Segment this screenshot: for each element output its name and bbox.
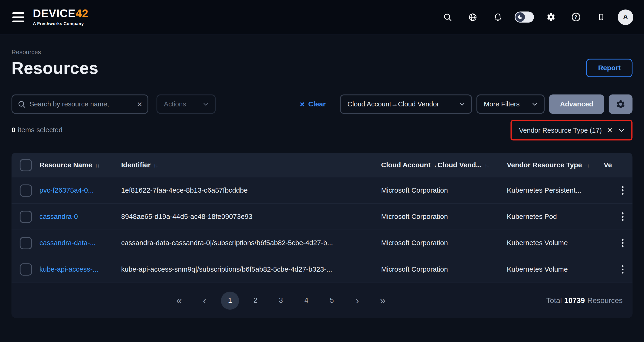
table-row: kube-api-access-... kube-api-access-snm9… (12, 256, 632, 282)
advanced-button[interactable]: Advanced (549, 94, 604, 114)
search-clear-icon[interactable]: × (137, 100, 142, 108)
sort-icon: ↑↓ (154, 163, 158, 168)
resources-table: Resource Name↑↓ Identifier↑↓ Cloud Accou… (12, 153, 632, 318)
notifications-button[interactable] (490, 9, 506, 25)
row-actions-kebab-icon[interactable] (620, 184, 625, 196)
more-filters-label: More Filters (484, 100, 520, 108)
help-button[interactable]: ? (568, 9, 584, 25)
row-checkbox[interactable] (20, 263, 32, 276)
total-resources: Total 10739 Resources (546, 296, 623, 305)
vendor-resource-type-value: Kubernetes Pod (507, 212, 604, 221)
pagination-next-icon[interactable]: › (348, 292, 366, 310)
vendor-resource-type-value: Kubernetes Volume (507, 265, 604, 274)
filter-chip-close-icon[interactable]: × (607, 126, 612, 135)
cloud-account-value: Microsoft Corporation (381, 265, 507, 274)
pagination-first-icon[interactable]: « (170, 292, 188, 310)
column-header-resource-name[interactable]: Resource Name↑↓ (40, 161, 121, 169)
cloud-account-value: Microsoft Corporation (381, 212, 507, 221)
identifier-value: 1ef81622-7faa-4ece-8b13-c6a57fbcddbe (121, 186, 381, 194)
select-all-checkbox[interactable] (20, 159, 32, 171)
page-title: Resources (12, 59, 98, 78)
pagination-page-2[interactable]: 2 (246, 292, 264, 310)
cloud-vendor-filter-dropdown[interactable]: Cloud Account→Cloud Vendor (340, 94, 472, 114)
vendor-resource-type-filter-chip[interactable]: Vendor Resource Type (17) × (510, 120, 632, 140)
brand-accent: 42 (76, 8, 88, 20)
filter-chip-label: Vendor Resource Type (17) (519, 126, 602, 134)
filter-chip-chevron-down-icon[interactable] (618, 126, 626, 134)
theme-toggle[interactable] (514, 12, 534, 22)
resource-name-link[interactable]: cassandra-data-... (40, 239, 121, 247)
pagination-page-3[interactable]: 3 (272, 292, 290, 310)
table-footer: « ‹ 1 2 3 4 5 › » Total 10739 Resources (12, 283, 632, 318)
filter-toolbar: × Actions × Clear Cloud Account→Cloud Ve… (12, 94, 632, 114)
pagination-prev-icon[interactable]: ‹ (196, 292, 214, 310)
language-button[interactable] (464, 9, 481, 25)
title-row: Resources Report (12, 59, 632, 78)
sort-icon: ↑↓ (585, 163, 589, 168)
row-actions-kebab-icon[interactable] (620, 237, 625, 249)
resource-name-link[interactable]: pvc-f26375a4-0... (40, 186, 121, 194)
viewport: DEVICE42 A Freshworks Company (0, 0, 644, 342)
resource-name-link[interactable]: cassandra-0 (40, 212, 121, 221)
cloud-account-value: Microsoft Corporation (381, 239, 507, 247)
header-checkbox-cell (12, 159, 39, 171)
brand-logo[interactable]: DEVICE42 A Freshworks Company (33, 8, 88, 26)
column-header-cloud-account[interactable]: Cloud Account→Cloud Vend...↑↓ (381, 161, 507, 169)
sort-icon: ↑↓ (485, 163, 489, 168)
chevron-down-icon (458, 100, 466, 108)
brand-name: DEVICE42 (33, 8, 88, 19)
settings-button[interactable] (542, 9, 559, 25)
report-button[interactable]: Report (586, 59, 632, 77)
pagination-page-4[interactable]: 4 (297, 292, 316, 310)
search-icon (443, 12, 452, 22)
table-settings-button[interactable] (609, 94, 632, 114)
brand-subtitle: A Freshworks Company (33, 21, 88, 26)
search-icon (18, 100, 26, 108)
topbar-left: DEVICE42 A Freshworks Company (11, 8, 88, 26)
table-row: pvc-f26375a4-0... 1ef81622-7faa-4ece-8b1… (12, 178, 632, 204)
breadcrumb[interactable]: Resources (12, 48, 632, 56)
bookmark-button[interactable] (593, 9, 609, 25)
table-row: cassandra-data-... cassandra-data-cassan… (12, 230, 632, 256)
actions-dropdown[interactable]: Actions (156, 94, 216, 114)
avatar[interactable]: A (618, 9, 633, 25)
clear-x-icon: × (300, 100, 304, 108)
bookmark-icon (596, 13, 605, 22)
clear-filters-button[interactable]: × Clear (300, 100, 326, 108)
search-input[interactable] (30, 100, 133, 108)
row-checkbox[interactable] (20, 184, 32, 196)
globe-icon (468, 12, 477, 22)
menu-icon[interactable] (11, 10, 26, 24)
pagination-page-5[interactable]: 5 (323, 292, 341, 310)
row-checkbox[interactable] (20, 210, 32, 223)
selected-count: 0 (12, 126, 15, 134)
page-content: Resources Resources Report × Actions × C… (0, 48, 644, 318)
table-header-row: Resource Name↑↓ Identifier↑↓ Cloud Accou… (12, 153, 632, 178)
chevron-down-icon (531, 100, 538, 108)
row-actions-kebab-icon[interactable] (620, 264, 625, 275)
column-header-identifier[interactable]: Identifier↑↓ (121, 161, 381, 169)
search-button[interactable] (440, 9, 456, 25)
identifier-value: 8948ae65-d19a-44d5-ac48-18fe09073e93 (121, 212, 381, 221)
identifier-value: cassandra-data-cassandra-0|/subscription… (121, 239, 381, 247)
theme-toggle-knob (516, 12, 525, 22)
pagination-page-1[interactable]: 1 (221, 292, 239, 310)
resource-name-link[interactable]: kube-api-access-... (40, 265, 121, 274)
row-actions-kebab-icon[interactable] (620, 211, 625, 222)
brand-primary: DEVICE (33, 8, 76, 20)
vendor-resource-type-value: Kubernetes Persistent... (507, 186, 604, 194)
search-box: × (12, 94, 148, 114)
total-count: 10739 (564, 296, 585, 305)
sort-icon: ↑↓ (95, 163, 100, 168)
selected-label: items selected (18, 126, 62, 134)
column-header-vendor-resource-type[interactable]: Vendor Resource Type↑↓ (507, 161, 604, 169)
items-selected: 0 items selected (12, 126, 62, 134)
chevron-down-icon (202, 100, 210, 108)
table-row: cassandra-0 8948ae65-d19a-44d5-ac48-18fe… (12, 204, 632, 230)
row-checkbox[interactable] (20, 237, 32, 249)
pagination-last-icon[interactable]: » (374, 292, 392, 310)
bell-icon (493, 12, 502, 22)
topbar-actions: ? A (440, 9, 633, 25)
topbar: DEVICE42 A Freshworks Company (0, 0, 644, 34)
more-filters-dropdown[interactable]: More Filters (476, 94, 544, 114)
